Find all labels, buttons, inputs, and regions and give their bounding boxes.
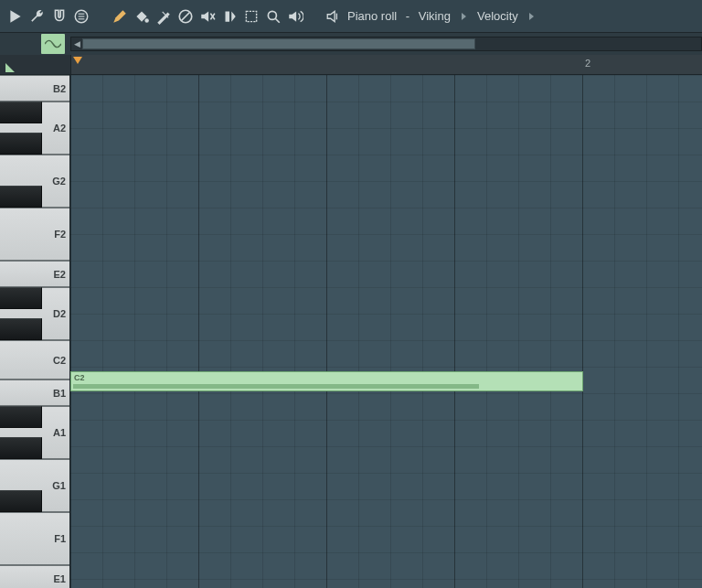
speaker-icon[interactable] <box>325 8 342 25</box>
key-label: F1 <box>54 533 66 544</box>
black-key[interactable] <box>0 437 42 459</box>
key-label: E2 <box>54 269 66 280</box>
scroll-left-icon[interactable]: ◀ <box>71 37 82 50</box>
svg-point-12 <box>268 11 276 19</box>
white-key[interactable]: B2 <box>0 75 69 102</box>
waveform-button[interactable] <box>41 34 65 54</box>
menu-icon[interactable] <box>73 8 90 25</box>
key-label: C2 <box>53 355 66 366</box>
key-label: E1 <box>54 573 66 584</box>
toolbar: Piano roll - Viking Velocity <box>0 0 702 33</box>
key-label: B1 <box>53 388 66 399</box>
svg-rect-2 <box>79 13 85 14</box>
wrench-icon[interactable] <box>29 8 46 25</box>
slice-tool-icon[interactable] <box>155 8 172 25</box>
svg-rect-4 <box>79 18 85 19</box>
bar-number: 2 <box>585 58 590 69</box>
title-channel[interactable]: Viking <box>419 9 451 23</box>
midi-note[interactable]: C2 <box>70 371 583 391</box>
white-key[interactable]: C2 <box>0 340 69 380</box>
white-key[interactable]: F2 <box>0 208 69 261</box>
disable-tool-icon[interactable] <box>177 8 194 25</box>
black-key[interactable] <box>0 490 42 512</box>
slip-tool-icon[interactable] <box>221 8 238 25</box>
title-bar: Piano roll - Viking Velocity <box>325 8 539 25</box>
svg-rect-3 <box>79 16 85 16</box>
key-label: D2 <box>53 308 66 319</box>
key-label: B2 <box>53 83 66 94</box>
title-app: Piano roll <box>347 9 397 23</box>
key-label: G1 <box>52 480 66 491</box>
black-key[interactable] <box>0 406 42 428</box>
draw-tool-icon[interactable] <box>112 8 128 25</box>
white-key[interactable]: E1 <box>0 565 69 588</box>
svg-rect-11 <box>246 11 256 21</box>
svg-marker-0 <box>10 10 20 23</box>
black-key[interactable] <box>0 186 42 208</box>
scroll-thumb[interactable] <box>82 38 475 49</box>
svg-point-5 <box>144 18 149 23</box>
svg-line-8 <box>182 12 190 20</box>
black-key[interactable] <box>0 133 42 155</box>
horizontal-scrollbar[interactable]: ◀ <box>70 37 702 51</box>
playhead-marker[interactable] <box>73 57 82 64</box>
note-grid[interactable]: C2 <box>70 75 702 588</box>
timeline-corner-icon[interactable] <box>5 63 15 72</box>
playback-tool-icon[interactable] <box>287 8 303 25</box>
key-label: A1 <box>53 427 66 438</box>
black-key[interactable] <box>0 318 42 340</box>
main-area: B2A2G2F2E2D2C2B1A1G1F1E1 C2 <box>0 75 702 588</box>
key-label: G2 <box>52 176 66 187</box>
timeline: 2 <box>0 55 702 75</box>
chevron-right-icon <box>462 13 466 20</box>
key-label: A2 <box>53 123 66 134</box>
note-label: C2 <box>74 373 85 382</box>
svg-line-13 <box>275 18 280 23</box>
black-key[interactable] <box>0 102 42 123</box>
select-tool-icon[interactable] <box>243 8 260 25</box>
piano-keys: B2A2G2F2E2D2C2B1A1G1F1E1 <box>0 75 70 588</box>
title-param[interactable]: Velocity <box>477 9 518 23</box>
horizontal-strip: ◀ <box>0 33 702 55</box>
white-key[interactable]: E2 <box>0 261 69 287</box>
black-key[interactable] <box>0 287 42 309</box>
paint-tool-icon[interactable] <box>133 8 150 25</box>
white-key[interactable]: F1 <box>0 512 69 565</box>
zoom-tool-icon[interactable] <box>265 8 282 25</box>
white-key[interactable]: B1 <box>0 380 69 406</box>
chevron-right-icon <box>529 13 534 20</box>
play-icon[interactable] <box>7 8 24 25</box>
title-dash: - <box>402 9 413 23</box>
key-label: F2 <box>54 229 66 240</box>
timeline-track[interactable]: 2 <box>70 55 702 74</box>
note-velocity-bar <box>73 384 479 389</box>
magnet-icon[interactable] <box>51 8 68 25</box>
mute-tool-icon[interactable] <box>199 8 216 25</box>
